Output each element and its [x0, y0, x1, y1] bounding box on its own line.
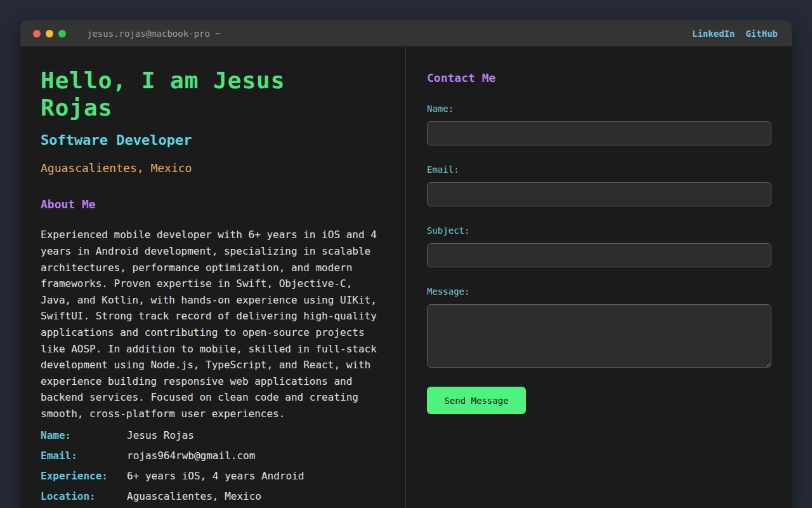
contact-panel: Contact Me Name: Email: Subject: Message…	[406, 46, 792, 508]
send-message-button[interactable]: Send Message	[427, 387, 526, 414]
window-content: Hello, I am Jesus Rojas Software Develop…	[20, 46, 792, 508]
name-input[interactable]	[427, 121, 771, 145]
contact-form: Name: Email: Subject: Message: Send Mess…	[427, 104, 771, 414]
detail-row-experience: Experience: 6+ years iOS, 4 years Androi…	[41, 469, 385, 483]
titlebar-nav: LinkedIn GitHub	[692, 29, 778, 39]
detail-row-email: Email: rojas964rwb@gmail.com	[41, 448, 385, 463]
message-field-label: Message:	[427, 286, 771, 297]
details-list: Name: Jesus Rojas Email: rojas964rwb@gma…	[41, 428, 385, 504]
detail-label: Email:	[41, 448, 127, 463]
minimize-window-icon[interactable]	[46, 30, 53, 37]
hero-location: Aguascalientes, Mexico	[41, 161, 385, 175]
close-window-icon[interactable]	[33, 30, 41, 37]
detail-label: Experience:	[41, 469, 127, 483]
about-text: Experienced mobile developer with 6+ yea…	[41, 227, 385, 422]
email-field-label: Email:	[427, 164, 771, 175]
hero-title: Hello, I am Jesus Rojas	[41, 67, 370, 121]
detail-value: 6+ years iOS, 4 years Android	[127, 469, 304, 483]
detail-value: Jesus Rojas	[127, 428, 194, 443]
subject-input[interactable]	[427, 243, 771, 267]
traffic-lights	[33, 30, 66, 37]
window-title: jesus.rojas@macbook-pro ~	[87, 29, 221, 39]
linkedin-link[interactable]: LinkedIn	[692, 29, 735, 39]
form-group-message: Message:	[427, 286, 771, 368]
detail-value: Aguascalientes, Mexico	[127, 489, 261, 504]
name-field-label: Name:	[427, 104, 771, 114]
about-heading: About Me	[41, 197, 385, 211]
detail-value: rojas964rwb@gmail.com	[127, 448, 255, 463]
contact-heading: Contact Me	[427, 71, 771, 84]
terminal-window: jesus.rojas@macbook-pro ~ LinkedIn GitHu…	[20, 20, 792, 508]
form-group-subject: Subject:	[427, 225, 771, 267]
form-group-name: Name:	[427, 104, 771, 145]
hero-subtitle: Software Developer	[41, 132, 385, 148]
window-titlebar: jesus.rojas@macbook-pro ~ LinkedIn GitHu…	[20, 20, 792, 46]
profile-panel: Hello, I am Jesus Rojas Software Develop…	[20, 46, 406, 508]
subject-field-label: Subject:	[427, 225, 771, 236]
email-input[interactable]	[427, 182, 771, 206]
form-group-email: Email:	[427, 164, 771, 206]
detail-label: Location:	[41, 489, 127, 504]
zoom-window-icon[interactable]	[58, 30, 66, 37]
detail-label: Name:	[41, 428, 127, 443]
message-textarea[interactable]	[427, 304, 771, 368]
detail-row-name: Name: Jesus Rojas	[41, 428, 385, 443]
detail-row-location: Location: Aguascalientes, Mexico	[41, 489, 385, 504]
github-link[interactable]: GitHub	[745, 29, 778, 39]
